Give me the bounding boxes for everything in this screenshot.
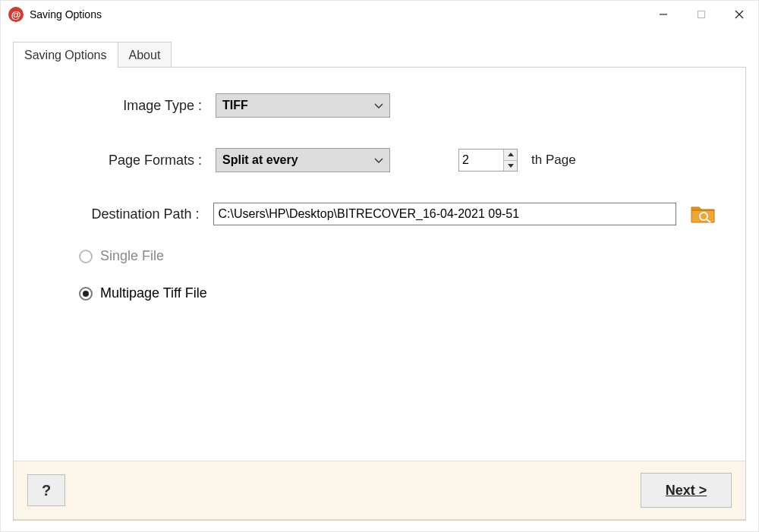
radio-multipage-tiff[interactable]: Multipage Tiff File <box>79 285 718 301</box>
page-number-wrapper: 2 th Page <box>458 149 576 172</box>
row-image-type: Image Type : TIFF <box>41 93 718 118</box>
radio-label: Single File <box>100 248 164 264</box>
chevron-down-icon <box>374 99 383 112</box>
spinner-up-button[interactable] <box>504 150 517 161</box>
svg-marker-4 <box>508 153 514 156</box>
next-button[interactable]: Next > <box>641 473 732 508</box>
footer-bar: ? Next > <box>14 461 745 520</box>
spinner <box>503 150 517 171</box>
help-label: ? <box>42 482 51 499</box>
chevron-down-icon <box>374 153 383 167</box>
tab-panel: Image Type : TIFF Page Formats : Split a… <box>13 68 746 521</box>
tab-saving-options[interactable]: Saving Options <box>13 42 118 68</box>
window-title: Saving Options <box>30 8 102 20</box>
window: @ Saving Options Saving Options About <box>0 0 759 532</box>
svg-marker-5 <box>508 164 514 168</box>
destination-path-input[interactable] <box>213 203 676 225</box>
app-icon: @ <box>8 7 24 22</box>
page-formats-dropdown[interactable]: Split at every <box>216 148 390 172</box>
page-suffix-label: th Page <box>531 153 576 168</box>
tabstrip: Saving Options About <box>13 42 746 68</box>
help-button[interactable]: ? <box>27 474 65 506</box>
form-area: Image Type : TIFF Page Formats : Split a… <box>14 68 745 301</box>
minimize-button[interactable] <box>644 1 682 28</box>
page-formats-label: Page Formats : <box>41 153 216 168</box>
close-button[interactable] <box>720 1 758 28</box>
minimize-icon <box>659 10 668 19</box>
folder-search-icon <box>690 204 716 224</box>
svg-rect-1 <box>698 11 705 18</box>
titlebar: @ Saving Options <box>1 1 758 28</box>
triangle-up-icon <box>508 153 514 156</box>
spinner-down-button[interactable] <box>504 161 517 172</box>
image-type-label: Image Type : <box>41 98 216 114</box>
row-page-formats: Page Formats : Split at every 2 <box>41 148 718 172</box>
tab-label: Saving Options <box>24 49 107 62</box>
next-label: Next > <box>666 483 707 499</box>
radio-icon <box>79 250 93 263</box>
tab-label: About <box>129 49 161 62</box>
maximize-icon <box>697 10 706 19</box>
destination-label: Destination Path : <box>41 206 213 222</box>
tab-about[interactable]: About <box>118 42 172 68</box>
page-number-value[interactable]: 2 <box>459 150 503 171</box>
image-type-dropdown[interactable]: TIFF <box>216 93 390 118</box>
radio-icon <box>79 287 93 301</box>
window-controls <box>644 1 758 28</box>
image-type-value: TIFF <box>222 99 248 112</box>
page-formats-value: Split at every <box>222 153 298 167</box>
page-number-stepper[interactable]: 2 <box>458 149 518 172</box>
radio-single-file[interactable]: Single File <box>79 248 718 264</box>
browse-button[interactable] <box>688 203 718 225</box>
close-icon <box>735 10 744 19</box>
radio-label: Multipage Tiff File <box>100 285 207 301</box>
client-area: Saving Options About Image Type : TIFF <box>1 28 758 531</box>
triangle-down-icon <box>508 164 514 168</box>
maximize-button[interactable] <box>682 1 720 28</box>
row-destination: Destination Path : <box>41 203 718 225</box>
file-mode-radios: Single File Multipage Tiff File <box>79 248 718 301</box>
